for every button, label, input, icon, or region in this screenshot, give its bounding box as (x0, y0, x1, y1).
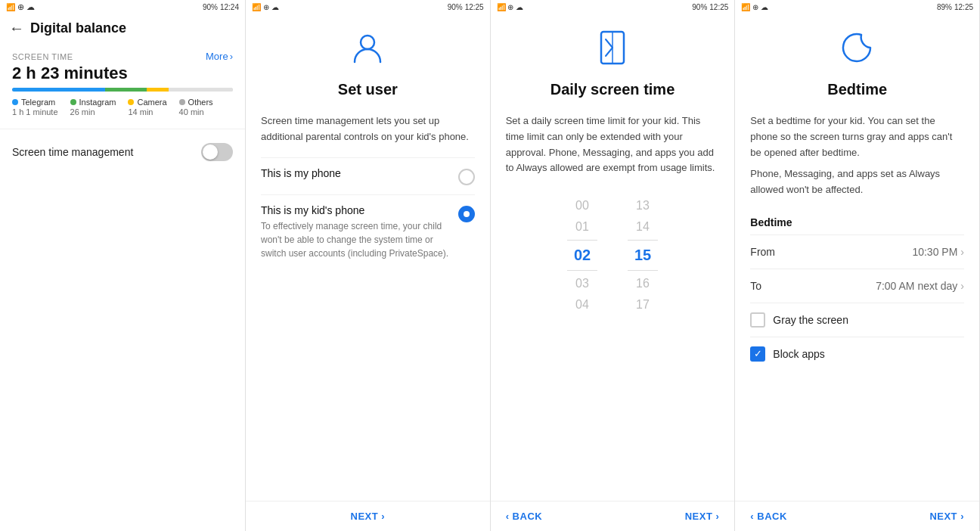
picker-div-top (567, 240, 597, 241)
gray-screen-checkbox[interactable] (750, 312, 765, 328)
min-13[interactable]: 13 (628, 196, 658, 216)
chevron-to-icon: › (960, 280, 964, 292)
gray-screen-label: Gray the screen (773, 314, 848, 326)
block-apps-checkbox[interactable] (750, 346, 765, 362)
gray-screen-row[interactable]: Gray the screen (750, 303, 964, 337)
battery-4: 89% (937, 3, 952, 11)
screen-time-toggle[interactable] (201, 143, 233, 161)
instagram-dot (70, 99, 76, 105)
chevron-from-icon: › (960, 246, 964, 258)
chevron-right-icon: › (230, 51, 233, 62)
bedtime-from-row[interactable]: From 10:30 PM › (750, 234, 964, 269)
page-title-1: Digital balance (30, 20, 126, 36)
bedtime-icon (750, 29, 964, 73)
header-1: ← Digital balance (0, 14, 245, 43)
my-phone-radio[interactable] (458, 169, 475, 185)
camera-seg (147, 88, 169, 92)
back-button-1[interactable]: ← (9, 20, 24, 37)
status-bar-4: 📶 ⊕ ☁ 89% 12:25 (735, 0, 979, 14)
others-name: Others (188, 98, 213, 107)
progress-bar (12, 88, 233, 92)
minutes-picker[interactable]: 13 14 15 16 17 (628, 196, 658, 315)
daily-screen-content: Daily screen time Set a daily screen tim… (491, 14, 735, 501)
signal-icon-2: 📶 ⊕ ☁ (252, 3, 279, 11)
signal-icon-3: 📶 ⊕ ☁ (497, 3, 524, 11)
min-14[interactable]: 14 (628, 217, 658, 237)
hours-picker[interactable]: 00 01 02 03 04 (567, 196, 597, 315)
telegram-time: 1 h 1 minute (12, 107, 58, 116)
hour-04[interactable]: 04 (567, 295, 597, 315)
from-value: 10:30 PM › (912, 246, 964, 258)
next-button-4[interactable]: NEXT › (929, 511, 964, 522)
status-left-3: 📶 ⊕ ☁ (497, 3, 524, 11)
status-right-4: 89% 12:25 (937, 3, 973, 11)
min-16[interactable]: 16 (628, 274, 658, 293)
time-picker[interactable]: 00 01 02 03 04 13 14 15 16 17 (506, 196, 720, 315)
time-3: 12:25 (709, 3, 728, 11)
battery-1: 90% (203, 3, 218, 11)
min-15[interactable]: 15 (628, 244, 658, 267)
camera-name: Camera (137, 98, 166, 107)
bottom-nav-3: ‹ BACK NEXT › (491, 501, 735, 531)
radio-kids-phone[interactable]: This is my kid's phone To effectively ma… (261, 194, 475, 269)
status-left-2: 📶 ⊕ ☁ (252, 3, 279, 11)
block-apps-row[interactable]: Block apps (750, 337, 964, 371)
hour-03[interactable]: 03 (567, 274, 597, 293)
screen-time-header: SCREEN TIME More › (12, 51, 233, 62)
status-right-3: 90% 12:25 (692, 3, 728, 11)
next-button-3[interactable]: NEXT › (685, 511, 720, 522)
to-label: To (750, 280, 761, 292)
status-icons-1: ⊕ ☁ (17, 2, 35, 12)
my-phone-title: This is my phone (261, 167, 458, 179)
status-right-1: 90% 12:24 (203, 3, 239, 11)
hour-00[interactable]: 00 (567, 196, 597, 216)
set-user-icon (261, 29, 475, 73)
svg-point-0 (361, 36, 374, 49)
bedtime-to-row[interactable]: To 7:00 AM next day › (750, 269, 964, 303)
others-seg (169, 88, 233, 92)
status-left-1: 📶 ⊕ ☁ (6, 2, 35, 12)
picker-div-min-top (628, 240, 658, 241)
kids-phone-title: This is my kid's phone (261, 204, 458, 216)
bedtime-content: Bedtime Set a bedtime for your kid. You … (735, 14, 979, 501)
bedtime-desc-2: Phone, Messaging, and apps set as Always… (750, 166, 964, 198)
bedtime-section-label: Bedtime (750, 216, 964, 228)
from-label: From (750, 246, 775, 258)
battery-2: 90% (448, 3, 463, 11)
instagram-name: Instagram (79, 98, 116, 107)
screen-time-management-row[interactable]: Screen time management (0, 132, 245, 172)
time-2: 12:25 (465, 3, 484, 11)
picker-div-min-bot (628, 270, 658, 271)
hour-02[interactable]: 02 (567, 244, 597, 267)
daily-screen-desc: Set a daily screen time limit for your k… (506, 113, 720, 176)
status-bar-3: 📶 ⊕ ☁ 90% 12:25 (491, 0, 735, 14)
panel-digital-balance: 📶 ⊕ ☁ 90% 12:24 ← Digital balance SCREEN… (0, 0, 246, 531)
signal-icon-4: 📶 ⊕ ☁ (741, 3, 768, 11)
set-user-title: Set user (261, 81, 475, 98)
kids-phone-desc: To effectively manage screen time, your … (261, 219, 458, 260)
next-button-2[interactable]: NEXT › (351, 511, 386, 522)
to-value: 7:00 AM next day › (876, 280, 964, 292)
bedtime-title: Bedtime (750, 81, 964, 98)
total-time: 2 h 23 minutes (12, 64, 233, 83)
min-17[interactable]: 17 (628, 295, 658, 315)
picker-div-bot (567, 270, 597, 271)
kids-phone-radio[interactable] (458, 206, 475, 222)
block-apps-label: Block apps (773, 348, 824, 360)
daily-screen-icon (506, 29, 720, 73)
radio-my-phone[interactable]: This is my phone (261, 157, 475, 194)
telegram-seg (12, 88, 105, 92)
others-time: 40 min (179, 107, 213, 116)
more-link[interactable]: More › (206, 51, 233, 62)
telegram-dot (12, 99, 18, 105)
divider-1 (0, 129, 245, 129)
back-button-3[interactable]: ‹ BACK (506, 511, 543, 522)
app-item-camera: Camera 14 min (128, 98, 166, 116)
daily-screen-title: Daily screen time (506, 81, 720, 98)
screen-time-section: SCREEN TIME More › 2 h 23 minutes Telegr… (0, 43, 245, 126)
instagram-time: 26 min (70, 107, 116, 116)
back-button-4[interactable]: ‹ BACK (750, 511, 787, 522)
bedtime-desc-1: Set a bedtime for your kid. You can set … (750, 113, 964, 160)
telegram-name: Telegram (21, 98, 55, 107)
hour-01[interactable]: 01 (567, 217, 597, 237)
